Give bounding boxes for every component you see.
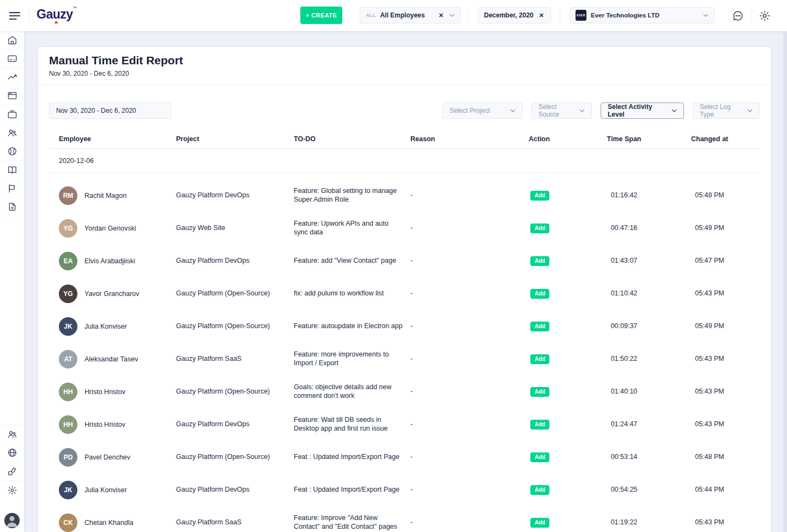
employee-avatar: CK — [59, 513, 77, 532]
user-avatar[interactable] — [4, 513, 20, 528]
changed-at-cell: 05:49 PM — [659, 322, 760, 331]
column-header-todo: TO-DO — [294, 135, 410, 143]
reason-cell: - — [410, 388, 529, 396]
scrollbar[interactable] — [783, 31, 787, 532]
report-header: Manual Time Edit Report Nov 30, 2020 - D… — [38, 47, 771, 85]
organization-selector[interactable]: EVER Ever Technologies LTD — [570, 7, 715, 23]
project-cell: Gauzy Platform DevOps — [176, 420, 294, 429]
action-badge: Add — [530, 223, 549, 234]
select-activity-level-label: Select Activity Level — [608, 103, 667, 118]
app-logo[interactable]: Gauzy™ — [37, 7, 76, 22]
month-selector[interactable]: December, 2020 ✕ — [478, 7, 551, 23]
table-row[interactable]: HH Hristo Hristov Gauzy Platform DevOps … — [49, 408, 760, 441]
employee-selector[interactable]: ALL All Employees ✕ — [360, 7, 461, 23]
browser-icon — [7, 90, 17, 101]
select-log-type-dropdown[interactable]: Select Log Type — [693, 102, 760, 119]
reason-cell: - — [410, 191, 529, 200]
action-badge: Add — [530, 452, 549, 463]
todo-cell: Feature: add "View Contact" page — [294, 257, 410, 265]
sidebar-item-organization[interactable] — [0, 142, 24, 161]
todo-cell: Feat : Updated Import/Export Page — [294, 486, 410, 494]
employee-name: Julia Konviser — [84, 486, 127, 494]
action-badge: Add — [530, 256, 549, 267]
trending-up-icon — [7, 72, 17, 82]
todo-cell: Feature: more improvements to Import / E… — [294, 350, 410, 367]
changed-at-cell: 05:43 PM — [659, 518, 760, 527]
todo-cell: Feature: autoupdate in Electron app — [294, 322, 410, 331]
employee-avatar: JK — [59, 481, 77, 499]
sidebar-item-theme[interactable] — [0, 462, 24, 481]
table-row[interactable]: CK Chetan Khandla Gauzy Platform SaaS Fe… — [49, 506, 760, 532]
divider — [29, 9, 29, 22]
select-source-dropdown[interactable]: Select Source — [531, 102, 592, 119]
select-log-type-label: Select Log Type — [700, 103, 743, 118]
todo-cell: Feature: Upwork APIs and auto sync data — [294, 220, 410, 237]
table-row[interactable]: YG Yavor Grancharov Gauzy Platform (Open… — [49, 277, 760, 310]
create-button[interactable]: + CREATE — [300, 7, 342, 24]
select-project-label: Select Project — [450, 107, 490, 114]
sidebar-item-accounting[interactable] — [0, 50, 24, 68]
action-badge: Add — [530, 420, 549, 430]
gear-icon — [7, 485, 17, 495]
sidebar-bottom-group — [0, 425, 24, 499]
table-row[interactable]: JK Julia Konviser Gauzy Platform (Open-S… — [49, 310, 760, 343]
clear-month-icon[interactable]: ✕ — [538, 12, 545, 19]
time-span-cell: 00:54:25 — [589, 486, 659, 494]
table-row[interactable]: HH Hristo Hristov Gauzy Platform (Open-S… — [49, 376, 760, 408]
sidebar-item-employees[interactable] — [0, 124, 24, 142]
time-span-cell: 01:16:42 — [589, 191, 659, 200]
table-row[interactable]: YG Yordan Genovski Gauzy Web Site Featur… — [49, 212, 760, 245]
todo-cell: Goals: objective details add new comment… — [294, 383, 410, 400]
table-row[interactable]: PD Pavel Denchev Gauzy Platform (Open-So… — [49, 441, 760, 474]
action-badge: Add — [530, 354, 549, 365]
chevron-down-icon[interactable] — [703, 14, 709, 17]
filter-row: Nov 30, 2020 - Dec 6, 2020 Select Projec… — [38, 85, 771, 119]
reason-cell: - — [410, 355, 529, 364]
sidebar-item-settings[interactable] — [0, 481, 24, 499]
select-project-dropdown[interactable]: Select Project — [443, 102, 523, 119]
sidebar-item-reports[interactable] — [0, 198, 24, 216]
chevron-down-icon[interactable] — [449, 14, 455, 17]
reason-cell: - — [410, 224, 529, 233]
sidebar-item-sales[interactable] — [0, 68, 24, 87]
table-row[interactable]: AT Aleksandar Tasev Gauzy Platform SaaS … — [49, 343, 760, 376]
action-badge: Add — [530, 289, 549, 299]
menu-icon[interactable] — [8, 9, 22, 23]
column-header-reason: Reason — [410, 135, 529, 143]
project-cell: Gauzy Platform (Open-Source) — [176, 322, 294, 331]
sidebar-item-home[interactable] — [0, 31, 24, 50]
changed-at-cell: 05:48 PM — [659, 191, 760, 200]
sidebar-item-contacts[interactable] — [0, 161, 24, 179]
gear-icon[interactable] — [759, 10, 771, 22]
page-title: Manual Time Edit Report — [49, 54, 760, 67]
reason-cell: - — [410, 420, 529, 429]
employee-name: Hristo Hristov — [84, 388, 125, 396]
table-row[interactable]: EA Elvis Arabadjiiski Gauzy Platform Dev… — [49, 245, 760, 277]
todo-cell: Feat : Updated Import/Export Page — [294, 453, 410, 462]
chevron-down-icon — [671, 109, 677, 112]
globe-icon — [7, 146, 17, 156]
reason-cell: - — [410, 289, 529, 298]
reason-cell: - — [410, 322, 529, 331]
column-header-employee: Employee — [49, 135, 176, 143]
reason-cell: - — [410, 486, 529, 494]
employee-avatar: EA — [59, 252, 77, 270]
table-row[interactable]: RM Rachit Magon Gauzy Platform DevOps Fe… — [49, 179, 760, 212]
sidebar-item-teams[interactable] — [0, 425, 24, 444]
chat-icon[interactable] — [732, 10, 744, 22]
sidebar-item-jobs[interactable] — [0, 105, 24, 124]
sidebar-item-goals[interactable] — [0, 179, 24, 198]
sidebar-item-tasks[interactable] — [0, 87, 24, 105]
sidebar-item-language[interactable] — [0, 444, 24, 462]
changed-at-cell: 05:43 PM — [659, 388, 760, 396]
time-span-cell: 01:19:22 — [589, 518, 659, 527]
table-row[interactable]: JK Julia Konviser Gauzy Platform DevOps … — [49, 474, 760, 506]
select-activity-level-dropdown[interactable]: Select Activity Level — [601, 102, 684, 119]
clear-employee-icon[interactable]: ✕ — [438, 12, 445, 19]
file-text-icon — [7, 202, 17, 212]
todo-cell: fix: add pulumi to workflow list — [294, 289, 410, 298]
date-range-picker[interactable]: Nov 30, 2020 - Dec 6, 2020 — [49, 102, 171, 119]
employee-name: Pavel Denchev — [84, 454, 130, 461]
chevron-down-icon — [510, 109, 516, 112]
action-badge: Add — [530, 387, 549, 397]
